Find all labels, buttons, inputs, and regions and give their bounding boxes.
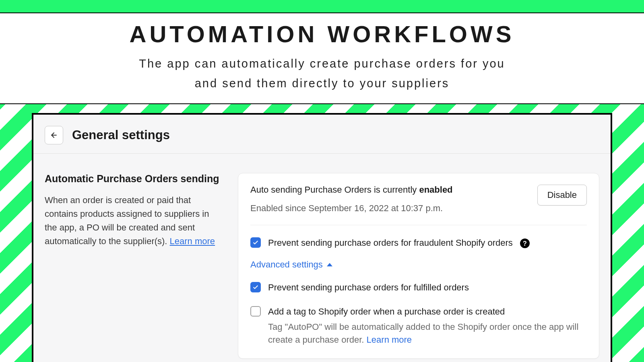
section-description: When an order is created or paid that co… [45, 193, 222, 248]
back-button[interactable] [45, 126, 63, 144]
option-tag-subtext: Tag "AutoPO" will be automatically added… [268, 321, 587, 346]
checkbox-fraud[interactable] [250, 237, 261, 248]
help-icon[interactable]: ? [520, 239, 530, 248]
option-fulfilled-label: Prevent sending purchase orders for fulf… [268, 281, 469, 294]
status-line: Auto sending Purchase Orders is currentl… [250, 185, 453, 195]
banner-green-top [0, 0, 644, 12]
tag-learn-more-link[interactable]: Learn more [367, 335, 412, 345]
option-fraud: Prevent sending purchase orders for frau… [250, 237, 587, 249]
content-row: Automatic Purchase Orders sending When a… [45, 154, 599, 359]
option-fulfilled: Prevent sending purchase orders for fulf… [250, 281, 587, 294]
banner-subtitle: The app can automatically create purchas… [0, 54, 644, 94]
status-row: Auto sending Purchase Orders is currentl… [250, 185, 587, 225]
section-right: Auto sending Purchase Orders is currentl… [238, 173, 599, 359]
section-left: Automatic Purchase Orders sending When a… [45, 173, 222, 359]
option-fraud-text: Prevent sending purchase orders for frau… [268, 238, 513, 248]
check-icon [252, 239, 259, 246]
section-title: Automatic Purchase Orders sending [45, 173, 222, 185]
option-tag-label: Add a tag to Shopify order when a purcha… [268, 306, 505, 317]
status-state: enabled [419, 185, 452, 195]
arrow-left-icon [50, 131, 58, 139]
advanced-settings-toggle[interactable]: Advanced settings [250, 259, 587, 270]
status-since: Enabled since September 16, 2022 at 10:3… [250, 203, 453, 214]
option-fraud-label: Prevent sending purchase orders for frau… [268, 237, 530, 249]
banner-title: AUTOMATION WORKFLOWS [0, 21, 644, 47]
settings-panel: General settings Automatic Purchase Orde… [32, 113, 612, 362]
banner-subtitle-line1: The app can automatically create purchas… [139, 57, 505, 70]
checkbox-fulfilled[interactable] [250, 282, 261, 292]
checkbox-tag[interactable] [250, 306, 261, 317]
learn-more-link[interactable]: Learn more [170, 236, 215, 246]
option-tag-sub: Tag "AutoPO" will be automatically added… [268, 322, 578, 345]
settings-card: Auto sending Purchase Orders is currentl… [238, 173, 599, 359]
banner-header: AUTOMATION WORKFLOWS The app can automat… [0, 13, 644, 103]
stripe-background: General settings Automatic Purchase Orde… [0, 104, 644, 362]
disable-button[interactable]: Disable [537, 185, 587, 206]
status-prefix: Auto sending Purchase Orders is currentl… [250, 185, 419, 195]
page-title: General settings [72, 128, 170, 142]
option-tag: Add a tag to Shopify order when a purcha… [250, 305, 587, 346]
banner-subtitle-line2: and send them directly to your suppliers [195, 77, 450, 90]
check-icon [252, 284, 259, 290]
svg-marker-1 [327, 263, 332, 266]
caret-up-icon [327, 262, 332, 267]
advanced-settings-label: Advanced settings [250, 259, 323, 270]
option-tag-text-block: Add a tag to Shopify order when a purcha… [268, 305, 587, 346]
panel-header: General settings [45, 123, 599, 153]
status-text-block: Auto sending Purchase Orders is currentl… [250, 185, 453, 214]
